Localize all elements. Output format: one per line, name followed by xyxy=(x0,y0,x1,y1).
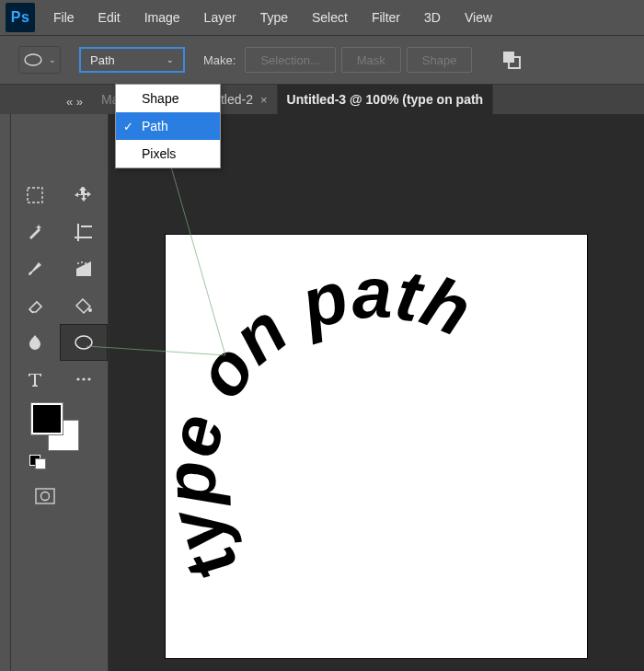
make-mask-button[interactable]: Mask xyxy=(341,47,401,73)
svg-point-11 xyxy=(82,377,85,380)
brush-tool[interactable] xyxy=(11,250,60,287)
option-label: Shape xyxy=(142,91,178,106)
path-operations-icon[interactable] xyxy=(498,46,525,74)
menu-select[interactable]: Select xyxy=(312,10,348,25)
ellipse-shape-tool[interactable] xyxy=(60,324,109,361)
tab-untitled-3[interactable]: Untitled-3 @ 100% (type on path xyxy=(278,85,494,114)
close-icon[interactable]: × xyxy=(260,93,268,107)
crop-tool[interactable] xyxy=(60,214,109,250)
menu-edit[interactable]: Edit xyxy=(98,10,121,25)
panel-collapse-toggle[interactable]: « » xyxy=(0,88,92,114)
more-tools[interactable] xyxy=(60,361,109,398)
gradient-tool[interactable] xyxy=(60,250,109,287)
option-label: Path xyxy=(142,119,168,133)
menu-filter[interactable]: Filter xyxy=(372,10,400,25)
menu-type[interactable]: Type xyxy=(260,10,288,25)
foreground-color-swatch[interactable] xyxy=(31,403,63,434)
dropdown-option-path[interactable]: ✓ Path xyxy=(116,112,220,140)
arc-text-content: type on path xyxy=(174,252,482,595)
collapsed-panels-strip[interactable] xyxy=(0,114,11,671)
canvas-viewport[interactable]: type on path xyxy=(109,114,644,671)
paint-bucket-tool[interactable] xyxy=(60,287,109,324)
svg-rect-3 xyxy=(28,188,42,202)
svg-point-7 xyxy=(85,262,86,264)
menu-3d[interactable]: 3D xyxy=(424,10,441,25)
toolbox xyxy=(11,114,109,671)
type-tool[interactable] xyxy=(11,361,60,398)
svg-point-12 xyxy=(87,377,90,380)
menu-file[interactable]: File xyxy=(53,10,75,25)
svg-point-8 xyxy=(88,308,92,312)
color-swatches xyxy=(11,398,108,480)
svg-rect-4 xyxy=(76,269,91,276)
make-shape-button[interactable]: Shape xyxy=(407,47,473,73)
work-area: type on path xyxy=(0,114,644,671)
tool-mode-dropdown-list: Shape ✓ Path Pixels xyxy=(115,84,221,168)
make-selection-button[interactable]: Selection... xyxy=(245,47,335,73)
magic-wand-tool[interactable] xyxy=(11,214,60,250)
svg-rect-13 xyxy=(36,489,54,503)
svg-point-5 xyxy=(77,262,79,264)
option-label: Pixels xyxy=(142,146,176,161)
app-logo[interactable]: Ps xyxy=(6,3,35,32)
menu-layer[interactable]: Layer xyxy=(204,10,236,25)
options-bar: ⌄ Path ⌄ Make: Selection... Mask Shape xyxy=(0,35,644,85)
quick-mask-toggle[interactable] xyxy=(11,480,108,520)
tool-mode-dropdown[interactable]: Path ⌄ xyxy=(79,47,185,73)
svg-point-10 xyxy=(76,377,79,380)
default-colors-icon[interactable] xyxy=(29,455,46,468)
svg-point-14 xyxy=(41,492,50,501)
svg-text:type on path: type on path xyxy=(174,252,482,595)
svg-point-6 xyxy=(81,261,83,263)
move-tool[interactable] xyxy=(60,177,109,214)
marquee-tool[interactable] xyxy=(11,177,60,214)
make-label: Make: xyxy=(203,53,236,67)
menu-image[interactable]: Image xyxy=(144,10,180,25)
dropdown-option-pixels[interactable]: Pixels xyxy=(116,140,220,168)
tool-preset-picker[interactable]: ⌄ xyxy=(18,46,61,74)
chevron-down-icon: ⌄ xyxy=(49,55,56,64)
smudge-tool[interactable] xyxy=(11,324,60,361)
eraser-tool[interactable] xyxy=(11,287,60,324)
check-icon: ✓ xyxy=(123,120,133,133)
svg-point-0 xyxy=(25,54,41,65)
canvas[interactable]: type on path xyxy=(165,234,588,659)
dropdown-option-shape[interactable]: Shape xyxy=(116,85,220,112)
tool-mode-value: Path xyxy=(90,53,115,67)
menu-bar: Ps File Edit Image Layer Type Select Fil… xyxy=(0,0,644,35)
svg-point-9 xyxy=(75,336,92,349)
menu-view[interactable]: View xyxy=(465,10,492,25)
document-tab-bar: « » Mask-flatte × Untitled-2 × Untitled-… xyxy=(0,85,644,114)
chevron-down-icon: ⌄ xyxy=(167,55,174,64)
type-on-path-artwork: type on path xyxy=(174,244,579,649)
tab-label: Untitled-3 @ 100% (type on path xyxy=(287,92,484,107)
